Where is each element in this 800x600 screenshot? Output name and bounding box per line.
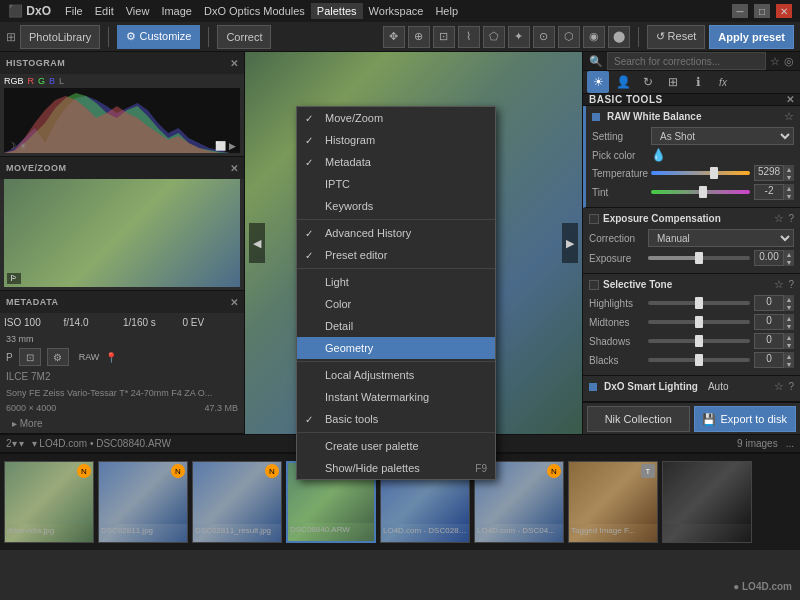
close-button[interactable]: ✕	[776, 4, 792, 18]
meta-icon-2[interactable]: ⚙	[47, 348, 69, 366]
statusbar-nav[interactable]: 2▾ ▾	[6, 438, 24, 449]
highlights-value[interactable]: 0	[754, 295, 784, 311]
dropdown-keywords[interactable]: Keywords	[297, 195, 495, 217]
toggle-icon[interactable]: ◎	[784, 55, 794, 68]
crop-tool-icon[interactable]: ⊡	[433, 26, 455, 48]
filmstrip-item-7[interactable]	[662, 461, 752, 543]
dropdown-local-adjustments[interactable]: Local Adjustments	[297, 364, 495, 386]
filmstrip-item-2[interactable]: N DSC02811_result.jpg	[192, 461, 282, 543]
tint-down[interactable]: ▼	[784, 192, 794, 200]
basic-tools-close[interactable]: ✕	[786, 94, 795, 105]
more-button[interactable]: ▸ More	[6, 416, 49, 431]
tint-value[interactable]: -2	[754, 184, 784, 200]
dropdown-iptc[interactable]: IPTC	[297, 173, 495, 195]
dropdown-metadata[interactable]: ✓ Metadata	[297, 151, 495, 173]
correct-button[interactable]: Correct	[217, 25, 271, 49]
blacks-value[interactable]: 0	[754, 352, 784, 368]
histogram-close[interactable]: ✕	[230, 58, 239, 69]
exposure-help[interactable]: ?	[788, 213, 794, 224]
dropdown-detail[interactable]: Detail	[297, 315, 495, 337]
filmstrip-item-1[interactable]: N DSC02811.jpg	[98, 461, 188, 543]
hist-display-icon[interactable]: ⬜	[215, 141, 226, 151]
meta-icon-1[interactable]: ⊡	[19, 348, 41, 366]
hist-l[interactable]: L	[59, 76, 64, 86]
move-tool-icon[interactable]: ✥	[383, 26, 405, 48]
apply-preset-button[interactable]: Apply preset	[709, 25, 794, 49]
minimize-button[interactable]: ─	[732, 4, 748, 18]
tint-slider[interactable]	[651, 190, 750, 194]
repair-tool-icon[interactable]: ✦	[508, 26, 530, 48]
menu-palettes[interactable]: Palettes	[311, 3, 363, 19]
photo-library-button[interactable]: PhotoLibrary	[20, 25, 100, 49]
menu-view[interactable]: View	[120, 3, 156, 19]
shadows-value[interactable]: 0	[754, 333, 784, 349]
person-icon[interactable]: 👤	[612, 71, 634, 93]
shadows-up[interactable]: ▲	[784, 333, 794, 341]
local-adjust-icon[interactable]: ⊙	[533, 26, 555, 48]
next-image-button[interactable]: ▶	[562, 223, 578, 263]
blacks-slider[interactable]	[648, 358, 750, 362]
shadows-slider[interactable]	[648, 339, 750, 343]
dropdown-instant-watermarking[interactable]: Instant Watermarking	[297, 386, 495, 408]
menu-workspace[interactable]: Workspace	[363, 3, 430, 19]
tint-up[interactable]: ▲	[784, 184, 794, 192]
export-to-disk-button[interactable]: 💾 Export to disk	[694, 406, 797, 432]
temperature-slider[interactable]	[651, 171, 750, 175]
blacks-up[interactable]: ▲	[784, 352, 794, 360]
dropdown-create-user-palette[interactable]: Create user palette	[297, 435, 495, 457]
temperature-up[interactable]: ▲	[784, 165, 794, 173]
hist-b[interactable]: B	[49, 76, 55, 86]
blacks-down[interactable]: ▼	[784, 360, 794, 368]
selective-tone-star[interactable]: ☆	[774, 278, 784, 291]
eyedropper-icon[interactable]: 💧	[651, 148, 666, 162]
midtones-value[interactable]: 0	[754, 314, 784, 330]
zoom-tool-icon[interactable]: ⊕	[408, 26, 430, 48]
shadows-down[interactable]: ▼	[784, 341, 794, 349]
status-sort-icon[interactable]: 2▾	[6, 438, 17, 449]
smart-lighting-star[interactable]: ☆	[774, 380, 784, 393]
menu-dxo-optics[interactable]: DxO Optics Modules	[198, 3, 311, 19]
menu-file[interactable]: File	[59, 3, 89, 19]
temperature-value[interactable]: 5298	[754, 165, 784, 181]
perspective-tool-icon[interactable]: ⬠	[483, 26, 505, 48]
filmstrip-item-6[interactable]: T Tagged Image F...	[568, 461, 658, 543]
metadata-close[interactable]: ✕	[230, 297, 239, 308]
exposure-value[interactable]: 0.00	[754, 250, 784, 266]
compare-icon[interactable]: ⬤	[608, 26, 630, 48]
smart-lighting-help[interactable]: ?	[788, 381, 794, 392]
dropdown-histogram[interactable]: ✓ Histogram	[297, 129, 495, 151]
dropdown-show-hide-palettes[interactable]: Show/Hide palettes F9	[297, 457, 495, 479]
status-filter-icon[interactable]: ▾	[19, 438, 24, 449]
highlights-up[interactable]: ▲	[784, 295, 794, 303]
selective-tone-help[interactable]: ?	[788, 279, 794, 290]
dropdown-move-zoom[interactable]: ✓ Move/Zoom	[297, 107, 495, 129]
dropdown-advanced-history[interactable]: ✓ Advanced History	[297, 222, 495, 244]
midtones-down[interactable]: ▼	[784, 322, 794, 330]
menu-edit[interactable]: Edit	[89, 3, 120, 19]
watermark-icon[interactable]: ⬡	[558, 26, 580, 48]
dropdown-preset-editor[interactable]: ✓ Preset editor	[297, 244, 495, 266]
midtones-up[interactable]: ▲	[784, 314, 794, 322]
menu-image[interactable]: Image	[155, 3, 198, 19]
dropdown-geometry[interactable]: Geometry	[297, 337, 495, 359]
midtones-slider[interactable]	[648, 320, 750, 324]
hist-r[interactable]: R	[28, 76, 35, 86]
menu-help[interactable]: Help	[429, 3, 464, 19]
info-icon[interactable]: ℹ	[687, 71, 709, 93]
highlights-slider[interactable]	[648, 301, 750, 305]
exposure-star[interactable]: ☆	[774, 212, 784, 225]
exposure-checkbox[interactable]	[589, 214, 599, 224]
raw-wb-star[interactable]: ☆	[784, 110, 794, 123]
hist-g[interactable]: G	[38, 76, 45, 86]
horizon-tool-icon[interactable]: ⌇	[458, 26, 480, 48]
search-input[interactable]	[607, 52, 766, 70]
exposure-up[interactable]: ▲	[784, 250, 794, 258]
customize-button[interactable]: ⚙ Customize	[117, 25, 200, 49]
exposure-down[interactable]: ▼	[784, 258, 794, 266]
selective-tone-checkbox[interactable]	[589, 280, 599, 290]
star-icon[interactable]: ☆	[770, 55, 780, 68]
nik-collection-button[interactable]: Nik Collection	[587, 406, 690, 432]
exposure-slider[interactable]	[648, 256, 750, 260]
dropdown-basic-tools[interactable]: ✓ Basic tools	[297, 408, 495, 430]
movezoom-close[interactable]: ✕	[230, 163, 239, 174]
